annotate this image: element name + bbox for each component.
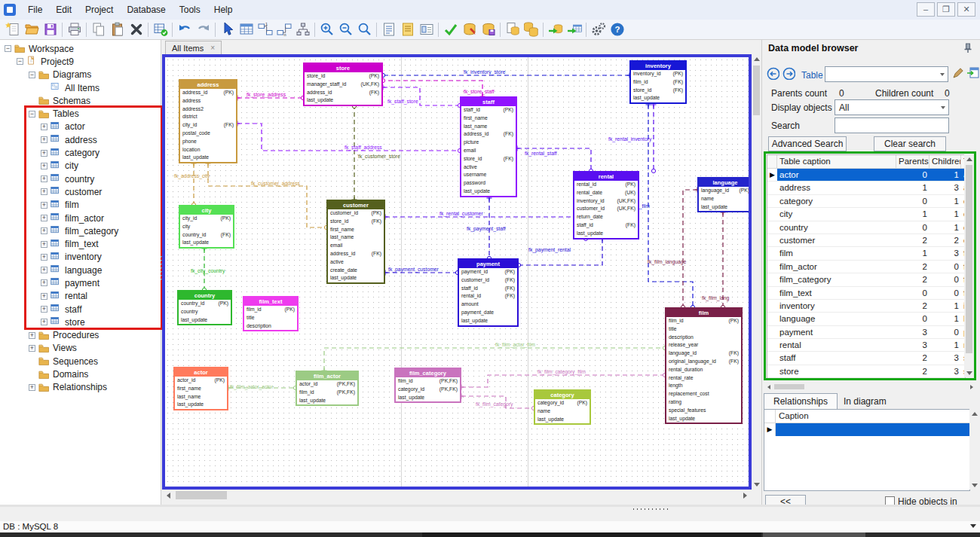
close-button[interactable]: ✕: [957, 2, 975, 17]
grid-row-customer[interactable]: customer22customer: [767, 234, 965, 247]
entity-inventory[interactable]: inventoryinventory_id(PK)film_id(FK)stor…: [629, 60, 687, 104]
grid-row-staff[interactable]: staff23staff: [767, 352, 965, 365]
expand-icon[interactable]: +: [41, 254, 47, 261]
entity-payment[interactable]: paymentpayment_id(PK)customer_id(FK)staf…: [458, 258, 519, 327]
expand-icon[interactable]: +: [41, 241, 47, 248]
expand-icon[interactable]: +: [41, 124, 47, 130]
grid-row-inventory[interactable]: inventory21inventory: [767, 300, 965, 313]
grid-row-language[interactable]: language01language: [767, 313, 965, 325]
goto-table-icon[interactable]: [966, 66, 979, 79]
new-button[interactable]: [3, 20, 22, 38]
grid-row-actor[interactable]: ▶actor01actor: [767, 169, 965, 182]
expand-icon[interactable]: +: [41, 136, 47, 143]
settings-button[interactable]: [589, 20, 608, 38]
menu-help[interactable]: Help: [207, 2, 240, 17]
expand-icon[interactable]: +: [41, 175, 47, 182]
tree-item-store[interactable]: +store: [0, 316, 161, 328]
clear-search-button[interactable]: Clear search: [874, 136, 946, 151]
tree-item-customer[interactable]: +customer: [0, 185, 161, 198]
collapse-icon[interactable]: −: [29, 72, 35, 78]
entity-actor[interactable]: actoractor_id(PK)first_namelast_namelast…: [173, 367, 228, 410]
tree-item-film[interactable]: +film: [0, 199, 161, 212]
page-db-button[interactable]: [503, 20, 522, 38]
zoom-in-button[interactable]: [317, 20, 336, 38]
entity-store[interactable]: storestore_id(PK)manager_staff_id(UK,FK)…: [303, 63, 383, 106]
expand-icon[interactable]: +: [41, 267, 47, 273]
entity-staff[interactable]: staffstaff_id(PK)first_namelast_nameaddr…: [460, 96, 517, 197]
rel-1n-button[interactable]: 1: [256, 20, 274, 38]
display-objects-combobox[interactable]: All: [835, 99, 949, 115]
help-button[interactable]: ?: [608, 20, 626, 38]
diagram-canvas[interactable]: addressaddress_id(PK)addressaddress2dist…: [165, 57, 749, 487]
tree-item-category[interactable]: +category: [0, 146, 161, 159]
entity-address[interactable]: addressaddress_id(PK)addressaddress2dist…: [179, 79, 237, 163]
tab-in-diagram[interactable]: In diagram: [835, 393, 896, 409]
scroll-up-icon[interactable]: [964, 154, 974, 163]
tree-item-relationships[interactable]: +Relationships: [0, 381, 161, 394]
tree-item-diagrams[interactable]: −Diagrams: [0, 69, 161, 81]
advanced-search-button[interactable]: Advanced Search: [768, 136, 847, 151]
expand-icon[interactable]: +: [41, 163, 47, 169]
open-button[interactable]: [22, 20, 41, 38]
status-caret-icon[interactable]: [970, 524, 976, 528]
import-db-button[interactable]: [546, 20, 565, 38]
grid-vscroll-thumb[interactable]: [966, 165, 972, 353]
grid-row-store[interactable]: store23store: [767, 365, 965, 378]
tree-item-country[interactable]: +country: [0, 172, 161, 185]
tree-item-rental[interactable]: +rental: [0, 290, 161, 303]
pin-icon[interactable]: [963, 43, 972, 53]
tree-item-views[interactable]: +Views: [0, 342, 161, 355]
canvas-hscrollbar[interactable]: [162, 490, 752, 501]
expand-icon[interactable]: +: [29, 384, 35, 391]
menu-file[interactable]: File: [21, 2, 49, 17]
forward-icon[interactable]: [782, 67, 795, 80]
tree-item-film-actor[interactable]: +film_actor: [0, 212, 161, 224]
delete-button[interactable]: [127, 20, 145, 38]
scroll-left-icon[interactable]: [764, 383, 773, 391]
minimize-button[interactable]: –: [917, 2, 935, 17]
tree-item-all-items[interactable]: All Items: [0, 81, 161, 94]
table-caption-grid[interactable]: Table captionParentsChildrenTable name▶a…: [767, 154, 966, 379]
undo-button[interactable]: [175, 20, 194, 38]
entity-city[interactable]: citycity_id(PK)citycountry_id(FK)last_up…: [179, 205, 234, 249]
scroll-down-icon[interactable]: [969, 481, 979, 490]
grid-row-address[interactable]: address13address: [767, 182, 965, 194]
expand-icon[interactable]: +: [41, 202, 47, 209]
scroll-right-icon[interactable]: [967, 383, 975, 391]
scroll-up-icon[interactable]: [969, 409, 979, 418]
hierarchy-button[interactable]: [293, 20, 312, 38]
tree-item-schemas[interactable]: Schemas: [0, 94, 161, 107]
zoom-out-button[interactable]: [336, 20, 355, 38]
grid-hscrollbar[interactable]: [764, 383, 975, 391]
relationships-grid[interactable]: Caption ▶: [764, 409, 970, 491]
expand-icon[interactable]: +: [29, 345, 35, 352]
selected-relationship-row[interactable]: ▶: [764, 423, 969, 436]
entity-language[interactable]: languagelanguage_id(PK)namelast_update: [697, 177, 749, 212]
table-new-button[interactable]: [237, 20, 256, 38]
doc-list-button[interactable]: [379, 20, 398, 38]
entity-customer[interactable]: customercustomer_id(PK)store_id(FK)first…: [326, 200, 385, 284]
grid-hscroll-thumb[interactable]: [774, 384, 804, 389]
tree-item-staff[interactable]: +staff: [0, 303, 161, 316]
scroll-right-icon[interactable]: [740, 490, 750, 501]
grid-row-film[interactable]: film13film: [767, 247, 965, 260]
tree-item-language[interactable]: +language: [0, 264, 161, 276]
expand-icon[interactable]: +: [41, 188, 47, 195]
expand-icon[interactable]: +: [41, 215, 47, 221]
save-button[interactable]: [41, 20, 60, 38]
caption-column-header[interactable]: Caption: [776, 410, 969, 423]
db-copy-button[interactable]: [522, 20, 541, 38]
cursor-button[interactable]: [218, 20, 237, 38]
entity-film-category[interactable]: film_categoryfilm_id(PK,FK)category_id(P…: [394, 368, 461, 403]
table-check-button[interactable]: [151, 20, 170, 38]
tree-item-project9[interactable]: −Project9: [0, 55, 161, 68]
redo-button[interactable]: [194, 20, 213, 38]
grid-vscrollbar[interactable]: [964, 154, 974, 377]
grid-row-payment[interactable]: payment30payment: [767, 326, 965, 339]
db-save-button[interactable]: [479, 20, 498, 38]
grid-row-film-text[interactable]: film_text00film_text: [767, 287, 965, 300]
zoom-find-button[interactable]: [355, 20, 374, 38]
tree-item-tables[interactable]: −Tables: [0, 107, 161, 120]
entity-rental[interactable]: rentalrental_id(PK)rental_date(UK)invent…: [573, 171, 639, 240]
column-header-table-caption[interactable]: Table caption: [777, 155, 896, 168]
